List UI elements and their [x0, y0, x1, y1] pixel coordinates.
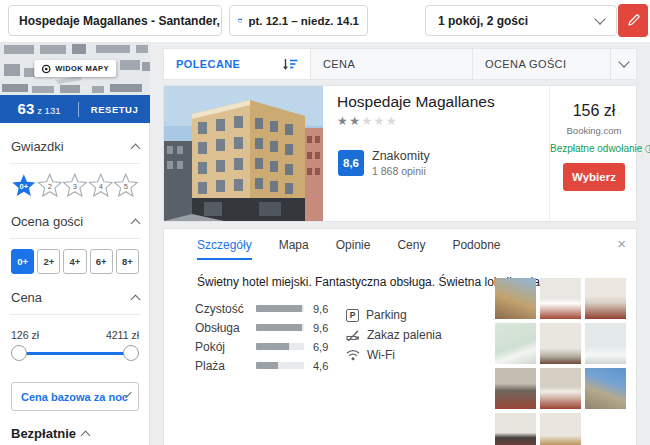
filters-sidebar: WIDOK MAPY 63z 131 RESETUJ Gwiazdki 0+ 2	[0, 42, 150, 445]
hotel-star-rating: ★★★★★	[337, 114, 398, 128]
top-search-bar: pt. 12.1 – niedz. 14.1 1 pokój, 2 gości	[0, 0, 650, 42]
rating-bar	[256, 343, 304, 350]
sort-tab-polecane[interactable]: POLECANE	[164, 49, 311, 79]
tab-ceny[interactable]: Ceny	[397, 229, 425, 260]
gallery-photo[interactable]	[540, 413, 581, 445]
gallery-photo[interactable]	[585, 278, 626, 319]
gallery-photo[interactable]	[540, 323, 581, 364]
gallery-photo[interactable]	[540, 368, 581, 409]
guests-selector[interactable]: 1 pokój, 2 gości	[425, 5, 617, 36]
hotel-details-panel: Szczegóły Mapa Opinie Ceny Podobne × Świ…	[163, 228, 637, 445]
gallery-photo[interactable]	[585, 368, 626, 409]
edit-search-button[interactable]	[618, 4, 648, 37]
gallery-photo[interactable]	[585, 323, 626, 364]
free-section-header[interactable]: Bezpłatnie	[11, 426, 139, 441]
chevron-down-icon	[594, 13, 605, 24]
star-filter-0plus[interactable]: 0+	[11, 173, 37, 198]
gallery-photo[interactable]	[495, 323, 536, 364]
price-provider: Booking.com	[550, 125, 638, 136]
collapse-icon	[131, 295, 141, 305]
tab-podobne[interactable]: Podobne	[452, 229, 500, 260]
rating-filter-0plus[interactable]: 0+	[11, 249, 34, 274]
date-range-picker[interactable]: pt. 12.1 – niedz. 14.1	[229, 5, 368, 36]
hotel-name[interactable]: Hospedaje Magallanes	[337, 93, 495, 111]
info-icon[interactable]: ⓘ	[645, 144, 650, 154]
hotel-summary-text: Świetny hotel miejski. Fantastyczna obsł…	[197, 275, 543, 289]
sort-tab-label: POLECANE	[176, 58, 240, 70]
star-filter-label: 3	[73, 182, 77, 191]
sort-descending-icon	[282, 58, 298, 71]
gallery-photo[interactable]	[495, 413, 536, 445]
review-score-badge: 8,6	[338, 150, 364, 176]
results-count-number: 63	[18, 100, 35, 117]
review-count: 1 868 opinii	[372, 165, 426, 177]
more-sort-options-button[interactable]	[611, 49, 636, 79]
rating-filter-6plus[interactable]: 6+	[90, 249, 113, 274]
amenity-label: Wi-Fi	[367, 348, 395, 362]
star-filter-label: 4	[98, 182, 102, 191]
close-icon[interactable]: ×	[617, 236, 626, 251]
stars-section-title: Gwiazdki	[11, 139, 64, 154]
rating-bar-fill	[256, 324, 302, 331]
slider-handle-min[interactable]	[11, 345, 27, 361]
gallery-photo[interactable]	[495, 278, 536, 319]
price-section-header[interactable]: Cena	[11, 290, 139, 305]
guest-rating-filter: 0+ 2+ 4+ 6+ 8+	[11, 249, 139, 274]
hotel-main-photo[interactable]	[164, 86, 323, 221]
rating-filter-4plus[interactable]: 4+	[63, 249, 86, 274]
results-count-total: z 131	[37, 105, 60, 116]
map-thumbnail[interactable]: WIDOK MAPY	[0, 42, 150, 95]
rating-filter-8plus[interactable]: 8+	[116, 249, 139, 274]
price-range-slider	[11, 344, 139, 362]
results-count: 63z 131	[0, 100, 78, 118]
sort-tab-label: OCENA GOŚCI	[485, 58, 566, 70]
stars-section-header[interactable]: Gwiazdki	[11, 139, 139, 154]
star-filter-label: 5	[124, 182, 128, 191]
star-filter-3[interactable]: 3	[62, 173, 88, 198]
map-view-button[interactable]: WIDOK MAPY	[34, 60, 116, 77]
divider	[10, 238, 140, 239]
calendar-icon	[238, 13, 242, 28]
guest-rating-section-title: Ocena gości	[11, 214, 83, 229]
hotel-photo-art	[164, 86, 323, 221]
free-section-title: Bezpłatnie	[11, 426, 76, 441]
rating-row: Czystość 9,6	[195, 299, 328, 318]
rating-label: Czystość	[195, 302, 256, 316]
free-cancellation-note: Bezpłatne odwołanie ⓘ	[550, 143, 638, 156]
amenities-list: P Parking Zakaz palenia Wi-Fi	[346, 307, 442, 367]
sort-tab-cena[interactable]: CENA	[311, 49, 473, 79]
no-smoking-icon	[346, 329, 360, 342]
tab-szczegoly[interactable]: Szczegóły	[197, 229, 252, 260]
gallery-photo[interactable]	[495, 368, 536, 409]
tab-mapa[interactable]: Mapa	[279, 229, 309, 260]
star-filter-5[interactable]: 5	[113, 173, 139, 198]
search-input[interactable]	[9, 14, 221, 28]
rating-value: 6,9	[313, 341, 328, 353]
hotel-result-card[interactable]: Hospedaje Magallanes ★★★★★ 8,6 Znakomity…	[163, 85, 637, 222]
select-deal-button[interactable]: Wybierz	[563, 163, 625, 191]
rating-filter-2plus[interactable]: 2+	[37, 249, 60, 274]
sort-tab-ocena-gosci[interactable]: OCENA GOŚCI	[473, 49, 611, 79]
amenity-label: Parking	[366, 308, 407, 322]
amenity-row: P Parking	[346, 307, 442, 323]
guest-rating-section-header[interactable]: Ocena gości	[11, 214, 139, 229]
price-column: 156 zł Booking.com Bezpłatne odwołanie ⓘ…	[549, 86, 638, 221]
category-ratings: Czystość 9,6 Obsługa 9,6 Pokój 6,9 Plaża…	[195, 299, 328, 375]
rating-value: 9,6	[313, 322, 328, 334]
destination-search-field[interactable]	[8, 5, 222, 36]
reset-filters-button[interactable]: RESETUJ	[79, 104, 150, 115]
guests-label: 1 pokój, 2 gości	[438, 14, 528, 28]
rating-bar	[256, 305, 304, 312]
price-amount: 156 zł	[550, 102, 638, 120]
price-basis-dropdown[interactable]: Cena bazowa za noc	[11, 382, 139, 411]
free-cancellation-label: Bezpłatne odwołanie	[550, 143, 642, 154]
star-filter-2[interactable]: 2	[37, 173, 63, 198]
sort-tab-label: CENA	[323, 58, 355, 70]
gallery-photo[interactable]	[540, 278, 581, 319]
tab-opinie[interactable]: Opinie	[336, 229, 371, 260]
slider-handle-max[interactable]	[123, 345, 139, 361]
rating-value: 4,6	[313, 360, 328, 372]
star-filter-4[interactable]: 4	[88, 173, 114, 198]
collapse-icon	[81, 431, 91, 441]
star-filter-label: 0+	[20, 182, 29, 191]
